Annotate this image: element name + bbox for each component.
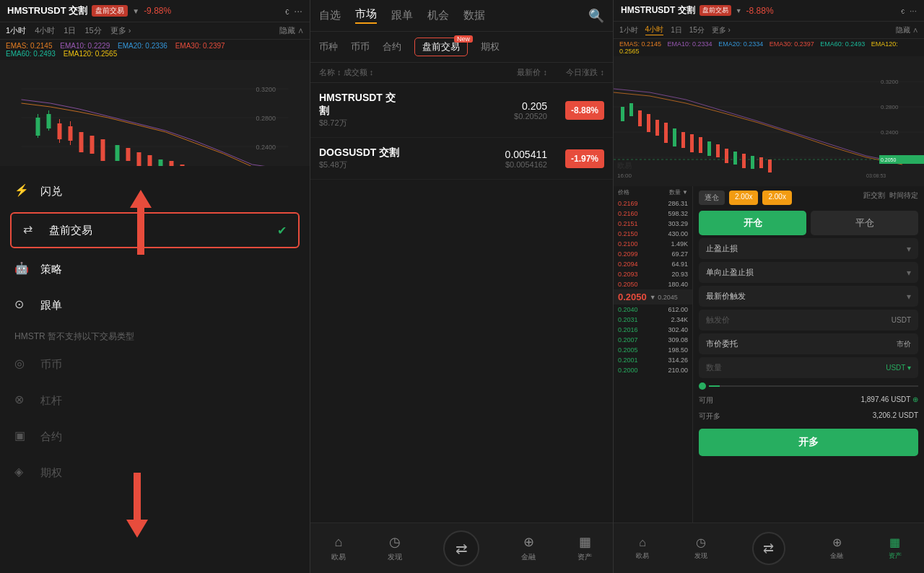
mid-nav-home[interactable]: ⌂ 欧易 xyxy=(331,535,346,562)
slider-handle[interactable] xyxy=(699,382,706,390)
right-ema-line: EMAS: 0.2145 EMA10: 0.2334 EMA20: 0.2334… xyxy=(614,39,924,56)
svg-text:0.2050: 0.2050 xyxy=(881,157,897,162)
open-long-button[interactable]: 开多 xyxy=(699,429,918,456)
ob-b4-price: 0.2007 xyxy=(618,336,638,344)
tf-open-close-row: 开仓 平仓 xyxy=(699,211,918,235)
ob-b2-qty: 2.34K xyxy=(671,316,688,323)
right-more-icon[interactable]: ··· xyxy=(910,6,917,16)
tf-qty-unit[interactable]: USDT ▾ xyxy=(886,364,911,372)
right-trade-icon: ⇄ xyxy=(763,541,774,556)
right-hide-btn[interactable]: 隐藏 ∧ xyxy=(896,25,918,35)
tf-sl-tp-label: 止盈止损 xyxy=(706,243,738,254)
tf-add-funds-icon[interactable]: ⊕ xyxy=(912,395,918,403)
mid-nav-trade[interactable]: ⇄ xyxy=(443,530,479,567)
ob-b2-price: 0.2031 xyxy=(618,316,638,323)
tf-trigger-price-input[interactable]: 触发价 USDT xyxy=(699,310,918,331)
ob-mid-sub: ▼ 0.2045 xyxy=(650,294,678,301)
row2-sub-price: $0.0054162 xyxy=(476,160,547,169)
tf-market-select[interactable]: 市价委托 市价 xyxy=(699,333,918,354)
left-badge: 盘前交易 xyxy=(92,5,128,17)
right-nav-assets[interactable]: ▦ 资产 xyxy=(889,535,902,561)
tab-15m[interactable]: 15分 xyxy=(84,25,101,36)
menu-item-contract: ▣ 合约 xyxy=(0,419,310,455)
ob-b1-qty: 612.00 xyxy=(668,306,688,313)
close-position-button[interactable]: 平仓 xyxy=(811,211,918,235)
right-nav-trade[interactable]: ⇄ xyxy=(752,532,785,565)
tf-qty-placeholder: 数量 xyxy=(706,362,722,373)
right-nav-finance[interactable]: ⊕ 金融 xyxy=(830,535,843,561)
tf-trigger-select[interactable]: 最新价触发 ▾ xyxy=(699,286,918,307)
header-name: 名称 ↕ 成交额 ↕ xyxy=(319,67,405,78)
svg-rect-57 xyxy=(742,154,746,168)
right-tab-4h[interactable]: 4小时 xyxy=(645,25,664,35)
tf-trigger-placeholder: 触发价 xyxy=(706,315,730,325)
tab-1d[interactable]: 1日 xyxy=(64,25,76,36)
ob-s9-qty: 180.40 xyxy=(668,281,688,288)
ob-sell-row: 0.2093 20.93 xyxy=(614,269,692,279)
tf-available-value: 1,897.46 USDT ⊕ xyxy=(860,395,918,406)
svg-text:欧易: 欧易 xyxy=(617,162,632,170)
open-position-button[interactable]: 开仓 xyxy=(699,211,806,235)
ob-b4-qty: 309.08 xyxy=(668,336,688,344)
tab-4h[interactable]: 4小时 xyxy=(35,25,55,36)
svg-rect-16 xyxy=(126,148,131,161)
more-icon[interactable]: ··· xyxy=(294,5,302,17)
mid-nav-market[interactable]: 市场 xyxy=(355,7,377,24)
tf-single-sl-select[interactable]: 单向止盈止损 ▾ xyxy=(699,262,918,283)
tab-more[interactable]: 更多 › xyxy=(110,25,131,36)
tf-qty-input[interactable]: 数量 USDT ▾ xyxy=(699,357,918,378)
contract-label: 合约 xyxy=(40,430,62,444)
ob-b7-price: 0.2000 xyxy=(618,367,638,374)
mid-home-label: 欧易 xyxy=(331,552,346,562)
svg-text:03:08:53: 03:08:53 xyxy=(866,173,886,178)
mid-tab-spot[interactable]: 币币 xyxy=(351,40,370,53)
tf-sl-tp-select[interactable]: 止盈止损 ▾ xyxy=(699,238,918,259)
mid-tab-premarket[interactable]: 盘前交易 New xyxy=(414,38,468,56)
mid-nav-data[interactable]: 数据 xyxy=(463,9,485,22)
mid-tab-coin[interactable]: 币种 xyxy=(319,40,338,53)
mid-tab-contract[interactable]: 合约 xyxy=(383,40,401,53)
mid-nav-assets[interactable]: ▦ 资产 xyxy=(578,534,592,562)
ob-b6-qty: 314.26 xyxy=(668,357,688,364)
tf-leverage1[interactable]: 2.00x xyxy=(729,191,758,205)
ob-s1-price: 0.2169 xyxy=(618,200,638,207)
mid-nav-opportunity[interactable]: 机会 xyxy=(427,9,449,22)
mid-nav-discover[interactable]: ◷ 发现 xyxy=(388,534,402,562)
tf-sl-tp-arrow: ▾ xyxy=(907,244,911,254)
right-tab-1h[interactable]: 1小时 xyxy=(619,25,638,35)
mid-finance-label: 金融 xyxy=(521,552,536,562)
mid-tab-options[interactable]: 期权 xyxy=(481,40,500,53)
search-icon[interactable]: 🔍 xyxy=(588,8,604,24)
mid-nav-watchlist[interactable]: 自选 xyxy=(319,9,341,22)
left-price-change: -9.88% xyxy=(144,6,171,16)
right-home-label: 欧易 xyxy=(636,551,649,561)
row1-change-badge: -8.88% xyxy=(565,101,604,120)
right-tab-1d[interactable]: 1日 xyxy=(671,25,682,35)
panel-right: HMSTRUSDT 交割 盘前交易 ▼ -8.88% ꞓ ··· 1小时 4小时… xyxy=(614,0,924,573)
ob-s4-qty: 430.00 xyxy=(668,230,688,237)
tf-distance-label: 距交割 xyxy=(863,191,885,205)
mid-nav-follow[interactable]: 跟单 xyxy=(391,9,413,22)
right-tab-15m[interactable]: 15分 xyxy=(689,25,705,35)
right-chart-area: 0.3200 0.2800 0.2400 0.2050 0.2050 16:00… xyxy=(614,56,924,186)
menu-item-strategy[interactable]: 🤖 策略 xyxy=(0,251,310,287)
hide-button[interactable]: 隐藏 ∧ xyxy=(279,25,304,36)
follow-label: 跟单 xyxy=(40,299,62,312)
menu-item-flash[interactable]: ⚡ 闪兑 xyxy=(0,173,310,209)
menu-item-follow[interactable]: ⊙ 跟单 xyxy=(0,287,310,323)
right-nav-home[interactable]: ⌂ 欧易 xyxy=(636,536,649,561)
tab-1h[interactable]: 1小时 xyxy=(6,25,26,36)
right-tab-more[interactable]: 更多 › xyxy=(712,25,731,35)
mid-nav-finance[interactable]: ⊕ 金融 xyxy=(521,534,536,562)
svg-rect-55 xyxy=(725,149,728,163)
table-row[interactable]: HMSTRUSDT 交割 $8.72万 0.205 $0.20520 -8.88… xyxy=(310,83,613,138)
menu-item-premarket[interactable]: ⇄ 盘前交易 ✔ xyxy=(10,212,300,248)
tf-isolated-label[interactable]: 逐仓 xyxy=(699,191,725,205)
ob-mid-price-val: 0.2050 xyxy=(618,292,647,302)
right-nav-discover[interactable]: ◷ 发现 xyxy=(694,535,707,561)
table-row[interactable]: DOGSUSDT 交割 $5.48万 0.005411 $0.0054162 -… xyxy=(310,138,613,180)
tf-leverage2[interactable]: 2.00x xyxy=(762,191,791,205)
tf-slider[interactable] xyxy=(699,381,918,391)
ema60-label: EMA60: 0.2493 xyxy=(6,50,56,58)
mid-tabs: 币种 币币 合约 盘前交易 New 期权 xyxy=(310,32,613,63)
